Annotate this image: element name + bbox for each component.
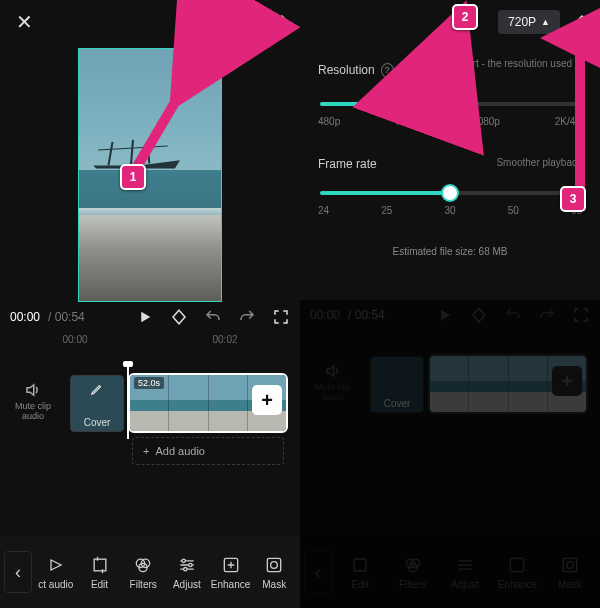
time-total: / 00:54 — [48, 310, 85, 324]
annotation-arrow-1 — [120, 20, 230, 180]
plus-icon: + — [143, 445, 149, 457]
resolution-button-label: 720P — [508, 15, 536, 29]
cover-button[interactable]: Cover — [70, 375, 124, 432]
toolbar-back-button: ‹ — [304, 551, 332, 593]
chevron-up-icon: ▲ — [541, 17, 550, 27]
resolution-button[interactable]: 720P ▲ — [498, 10, 560, 34]
tool-enhance[interactable]: Enhance — [209, 555, 253, 590]
add-audio-label: Add audio — [155, 445, 205, 457]
bottom-toolbar: ‹ ct audio Edit Filters Adjust Enhance M… — [0, 536, 300, 608]
tool-filters: Filters — [386, 555, 438, 590]
resolution-ticks: 480p 720p 1080p 2K/4K — [318, 116, 582, 127]
toolbar-back-button[interactable]: ‹ — [4, 551, 32, 593]
svg-point-10 — [184, 567, 187, 570]
timeline: Mute clip audio Cover + — [300, 338, 600, 428]
svg-rect-14 — [354, 559, 366, 571]
close-button[interactable]: ✕ — [10, 6, 39, 38]
transport-bar: 00:00 / 00:54 — [300, 300, 600, 328]
clip-duration: 52.0s — [134, 377, 164, 389]
play-icon — [436, 306, 454, 324]
framerate-label: Frame rate — [318, 157, 377, 171]
mute-clip-button: Mute clip audio — [308, 362, 358, 402]
framerate-ticks: 24 25 30 50 60 — [318, 205, 582, 216]
cover-button: Cover — [370, 356, 424, 413]
dimmed-editor: 00:00 / 00:54 Mute clip audio Cover — [300, 300, 600, 608]
chevron-down-icon: ▼ — [241, 17, 250, 27]
time-total: / 00:54 — [348, 308, 385, 322]
tool-edit[interactable]: Edit — [78, 555, 122, 590]
slider-knob[interactable] — [397, 95, 415, 113]
tool-mask: Mask — [544, 555, 596, 590]
keyframe-icon[interactable] — [170, 308, 188, 326]
tool-audio[interactable]: ct audio — [34, 555, 78, 590]
fullscreen-icon[interactable] — [272, 308, 290, 326]
pencil-icon — [90, 382, 104, 396]
play-icon[interactable] — [136, 308, 154, 326]
resolution-label: Resolution — [318, 63, 375, 77]
annotation-marker-2: 2 — [452, 4, 478, 30]
transport-bar: 00:00 / 00:54 — [0, 302, 300, 330]
export-icon[interactable] — [274, 14, 290, 30]
slider-knob[interactable] — [441, 184, 459, 202]
undo-icon — [504, 306, 522, 324]
tool-adjust[interactable]: Adjust — [165, 555, 209, 590]
fullscreen-icon — [572, 306, 590, 324]
svg-rect-18 — [511, 558, 524, 571]
timeline[interactable]: Mute clip audio Cover 52.0s + + Add audi… — [0, 357, 300, 447]
keyframe-icon — [470, 306, 488, 324]
svg-point-13 — [271, 561, 278, 568]
app-root: ✕ 1080P ▼ 00:00 / 00:54 — [0, 0, 600, 608]
mute-clip-label: Mute clip audio — [15, 401, 51, 421]
svg-rect-12 — [268, 558, 281, 571]
svg-point-20 — [566, 561, 573, 568]
tool-enhance: Enhance — [491, 555, 543, 590]
tool-mask[interactable]: Mask — [252, 555, 296, 590]
undo-icon[interactable] — [204, 308, 222, 326]
tool-edit: Edit — [334, 555, 386, 590]
svg-point-8 — [182, 559, 185, 562]
annotation-arrow-3 — [560, 30, 600, 200]
tool-adjust: Adjust — [439, 555, 491, 590]
export-icon[interactable] — [574, 14, 590, 30]
svg-rect-19 — [563, 558, 576, 571]
annotation-marker-1: 1 — [120, 164, 146, 190]
estimated-size: Estimated file size: 68 MB — [318, 246, 582, 257]
framerate-slider[interactable] — [320, 191, 580, 195]
cover-label: Cover — [84, 417, 111, 428]
svg-point-9 — [189, 563, 192, 566]
svg-rect-4 — [94, 559, 106, 571]
add-clip-button[interactable]: + — [252, 385, 282, 415]
framerate-row: Frame rate Smoother playback — [318, 157, 582, 171]
help-icon[interactable]: ? — [381, 63, 394, 78]
timeline-ruler: 00:00 00:02 — [0, 330, 300, 347]
time-current: 00:00 — [310, 308, 340, 322]
add-audio-button[interactable]: + Add audio — [132, 437, 284, 465]
add-clip-button: + — [552, 366, 582, 396]
ruler-tick: 00:00 — [62, 334, 87, 345]
redo-icon — [538, 306, 556, 324]
tool-filters[interactable]: Filters — [121, 555, 165, 590]
time-current: 00:00 — [10, 310, 40, 324]
bottom-toolbar: ‹ Edit Filters Adjust Enhance Mask — [300, 536, 600, 608]
annotation-marker-3: 3 — [560, 186, 586, 212]
ruler-tick: 00:02 — [212, 334, 237, 345]
playhead[interactable] — [127, 363, 129, 439]
mute-clip-button[interactable]: Mute clip audio — [8, 381, 58, 421]
redo-icon[interactable] — [238, 308, 256, 326]
svg-line-0 — [108, 142, 112, 166]
